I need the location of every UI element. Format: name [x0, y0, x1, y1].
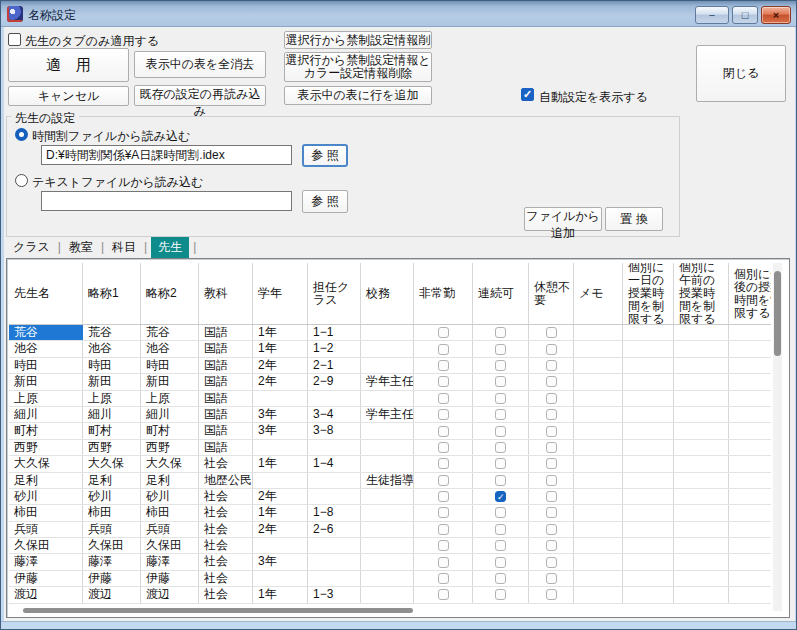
- row-checkbox[interactable]: [495, 393, 506, 404]
- tab-1[interactable]: クラス: [9, 238, 54, 257]
- row-checkbox[interactable]: [438, 393, 449, 404]
- table-cell[interactable]: 兵頭: [141, 522, 199, 537]
- table-cell[interactable]: [574, 571, 623, 586]
- table-cell[interactable]: [308, 554, 361, 569]
- table-cell[interactable]: [473, 489, 529, 504]
- row-checkbox[interactable]: [495, 475, 506, 486]
- table-cell[interactable]: [674, 325, 729, 340]
- table-cell[interactable]: [414, 571, 473, 586]
- row-checkbox[interactable]: [438, 360, 449, 371]
- table-cell[interactable]: 西野: [9, 440, 83, 455]
- table-cell[interactable]: [529, 374, 574, 389]
- column-header[interactable]: 連続可: [473, 263, 529, 324]
- table-cell[interactable]: 足利: [141, 473, 199, 488]
- table-cell[interactable]: [574, 423, 623, 438]
- table-cell[interactable]: [674, 522, 729, 537]
- add-from-file-button[interactable]: ファイルから追加: [524, 207, 602, 231]
- table-cell[interactable]: [674, 489, 729, 504]
- table-cell[interactable]: 1年: [253, 325, 308, 340]
- table-cell[interactable]: [674, 423, 729, 438]
- table-cell[interactable]: [308, 391, 361, 406]
- row-checkbox[interactable]: [546, 475, 557, 486]
- table-cell[interactable]: [574, 522, 623, 537]
- apply-button[interactable]: 適 用: [8, 48, 129, 82]
- table-cell[interactable]: [574, 440, 623, 455]
- table-cell[interactable]: [623, 538, 674, 553]
- table-cell[interactable]: 荒谷: [9, 325, 83, 340]
- table-cell[interactable]: 渡辺: [141, 587, 199, 602]
- table-cell[interactable]: [361, 489, 414, 504]
- row-checkbox[interactable]: [438, 376, 449, 387]
- column-header[interactable]: 学年: [253, 263, 308, 324]
- column-header[interactable]: メモ: [574, 263, 623, 324]
- table-cell[interactable]: [529, 505, 574, 520]
- table-cell[interactable]: [729, 505, 771, 520]
- table-cell[interactable]: 渡辺: [9, 587, 83, 602]
- table-cell[interactable]: [574, 407, 623, 422]
- table-cell[interactable]: [529, 489, 574, 504]
- table-cell[interactable]: 3−8: [308, 423, 361, 438]
- table-cell[interactable]: [674, 473, 729, 488]
- table-cell[interactable]: 3−4: [308, 407, 361, 422]
- table-cell[interactable]: [574, 538, 623, 553]
- column-header[interactable]: 略称1: [83, 263, 141, 324]
- table-cell[interactable]: [623, 489, 674, 504]
- table-cell[interactable]: 1年: [253, 587, 308, 602]
- table-cell[interactable]: 砂川: [9, 489, 83, 504]
- text-file-radio[interactable]: [15, 174, 28, 187]
- timetable-path-input[interactable]: [41, 145, 292, 165]
- row-checkbox[interactable]: [438, 573, 449, 584]
- table-cell[interactable]: 1−4: [308, 456, 361, 471]
- browse-text-button[interactable]: 参 照: [302, 190, 348, 213]
- table-cell[interactable]: [623, 456, 674, 471]
- table-cell[interactable]: 国語: [199, 440, 253, 455]
- table-cell[interactable]: [574, 456, 623, 471]
- table-cell[interactable]: 池谷: [141, 341, 199, 356]
- table-cell[interactable]: 国語: [199, 341, 253, 356]
- table-cell[interactable]: 2年: [253, 358, 308, 373]
- add-row-button[interactable]: 表示中の表に行を追加: [284, 86, 432, 105]
- table-cell[interactable]: [414, 505, 473, 520]
- column-header[interactable]: 担任クラス: [308, 263, 361, 324]
- row-checkbox[interactable]: [546, 409, 557, 420]
- row-checkbox[interactable]: [495, 344, 506, 355]
- table-cell[interactable]: 1年: [253, 341, 308, 356]
- table-cell[interactable]: [473, 554, 529, 569]
- table-cell[interactable]: [729, 423, 771, 438]
- table-cell[interactable]: [308, 538, 361, 553]
- table-cell[interactable]: [529, 341, 574, 356]
- table-cell[interactable]: [574, 325, 623, 340]
- row-checkbox[interactable]: [546, 557, 557, 568]
- tab-2[interactable]: 教室: [65, 238, 97, 257]
- column-header[interactable]: 個別に午後の授業時間を制限する: [729, 263, 771, 324]
- table-cell[interactable]: [529, 423, 574, 438]
- table-cell[interactable]: [414, 538, 473, 553]
- column-header[interactable]: 校務: [361, 263, 414, 324]
- table-cell[interactable]: 新田: [83, 374, 141, 389]
- table-cell[interactable]: [529, 325, 574, 340]
- table-cell[interactable]: [529, 440, 574, 455]
- table-cell[interactable]: 3年: [253, 423, 308, 438]
- table-cell[interactable]: [414, 341, 473, 356]
- row-checkbox[interactable]: [546, 327, 557, 338]
- table-cell[interactable]: 砂川: [83, 489, 141, 504]
- table-cell[interactable]: [253, 473, 308, 488]
- table-cell[interactable]: 社会: [199, 489, 253, 504]
- table-cell[interactable]: [473, 505, 529, 520]
- table-cell[interactable]: [574, 489, 623, 504]
- table-cell[interactable]: [729, 407, 771, 422]
- row-checkbox[interactable]: [546, 344, 557, 355]
- table-cell[interactable]: 1−1: [308, 325, 361, 340]
- table-cell[interactable]: 2年: [253, 522, 308, 537]
- table-cell[interactable]: [729, 456, 771, 471]
- column-header[interactable]: 休憩不要: [529, 263, 574, 324]
- table-cell[interactable]: [623, 374, 674, 389]
- close-button[interactable]: 閉じる: [696, 45, 786, 102]
- row-checkbox[interactable]: [546, 540, 557, 551]
- table-cell[interactable]: [473, 456, 529, 471]
- row-checkbox[interactable]: [495, 491, 506, 502]
- replace-button[interactable]: 置 換: [605, 207, 663, 231]
- table-cell[interactable]: [473, 440, 529, 455]
- table-cell[interactable]: 藤澤: [9, 554, 83, 569]
- table-cell[interactable]: 新田: [9, 374, 83, 389]
